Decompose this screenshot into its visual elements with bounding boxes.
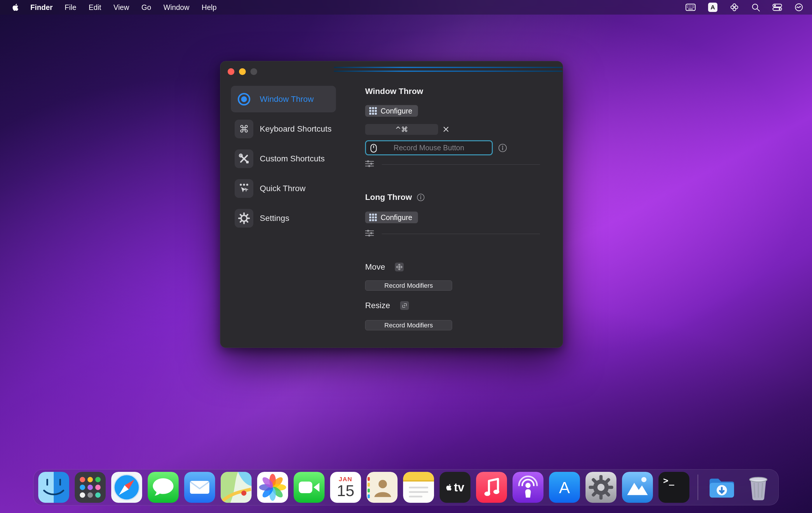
dock-terminal-icon[interactable]: >_ — [659, 472, 689, 503]
dock-launchpad-icon[interactable] — [75, 472, 106, 503]
move-row: Move — [365, 262, 404, 272]
configure-long-throw-button[interactable]: Configure — [365, 212, 418, 223]
sidebar-item-label: Keyboard Shortcuts — [260, 124, 331, 134]
dock-notes-icon[interactable] — [403, 472, 434, 503]
target-icon — [235, 90, 253, 109]
grid-icon — [369, 107, 377, 115]
record-modifiers-resize-button[interactable]: Record Modifiers — [365, 320, 452, 330]
divider — [382, 234, 540, 234]
dock-window-app-icon[interactable] — [622, 472, 653, 503]
sidebar-item-keyboard-shortcuts[interactable]: ⌘ Keyboard Shortcuts — [231, 116, 336, 142]
filter-row — [365, 230, 540, 238]
configure-label: Configure — [381, 107, 412, 115]
dock-app-store-icon[interactable]: A — [549, 472, 580, 503]
move-label: Move — [365, 262, 385, 272]
sliders-icon[interactable] — [365, 160, 374, 169]
record-modifiers-move-button[interactable]: Record Modifiers — [365, 280, 452, 291]
dock-mail-icon[interactable] — [184, 472, 215, 503]
clear-shortcut-icon[interactable] — [442, 125, 451, 134]
search-icon[interactable] — [751, 2, 760, 12]
info-icon[interactable] — [417, 193, 425, 201]
configure-label: Configure — [381, 213, 412, 222]
resize-icon — [400, 301, 409, 310]
dock-photos-icon[interactable] — [257, 472, 288, 503]
siri-icon[interactable] — [794, 2, 803, 12]
grid-icon — [369, 214, 377, 221]
menu-item-edit[interactable]: Edit — [83, 3, 108, 12]
minimize-button[interactable] — [239, 68, 246, 75]
menu-item-window[interactable]: Window — [157, 3, 196, 12]
keyboard-icon[interactable] — [685, 2, 696, 12]
sidebar-item-custom-shortcuts[interactable]: Custom Shortcuts — [231, 145, 336, 172]
dock-finder-icon[interactable] — [38, 472, 69, 503]
long-throw-heading-row: Long Throw — [365, 192, 425, 202]
dock-safari-icon[interactable] — [111, 472, 142, 503]
move-icon — [395, 263, 404, 271]
sidebar-item-window-throw[interactable]: Window Throw — [231, 86, 336, 112]
desktop-wallpaper: Finder File Edit View Go Window Help A — [0, 0, 812, 513]
settings-panel: Window Throw Configure ^⌘ Record Mouse B… — [365, 61, 540, 348]
sidebar-item-label: Quick Throw — [260, 184, 306, 193]
dock-podcasts-icon[interactable] — [513, 472, 544, 503]
sidebar-item-quick-throw[interactable]: Quick Throw — [231, 175, 336, 202]
app-store-letter: A — [559, 478, 570, 497]
calendar-day: 15 — [337, 483, 354, 499]
apple-logo-icon — [446, 484, 452, 491]
dock-messages-icon[interactable] — [148, 472, 179, 503]
tools-icon — [235, 149, 253, 168]
info-icon[interactable] — [498, 144, 507, 152]
dock-separator — [698, 475, 698, 500]
command-icon: ⌘ — [235, 120, 253, 138]
dock-apple-tv-icon[interactable]: tv — [440, 472, 470, 503]
terminal-prompt: >_ — [663, 475, 675, 486]
dock-system-preferences-icon[interactable] — [585, 472, 616, 503]
menu-item-help[interactable]: Help — [196, 3, 223, 12]
window-throw-title: Window Throw — [365, 87, 423, 96]
menu-item-go[interactable]: Go — [136, 3, 157, 12]
record-mouse-placeholder: Record Mouse Button — [394, 144, 464, 152]
resize-row: Resize — [365, 301, 409, 310]
menu-item-view[interactable]: View — [108, 3, 136, 12]
control-center-icon[interactable] — [772, 2, 782, 12]
divider — [382, 164, 540, 164]
mouse-icon — [370, 144, 377, 154]
zoom-button[interactable] — [251, 68, 257, 75]
configure-window-throw-button[interactable]: Configure — [365, 105, 418, 117]
gear-icon — [235, 209, 253, 228]
record-mouse-button-field[interactable]: Record Mouse Button — [365, 140, 493, 155]
resize-label: Resize — [365, 301, 390, 310]
menu-app-name[interactable]: Finder — [25, 3, 58, 12]
filter-row — [365, 160, 540, 169]
shortcut-field[interactable]: ^⌘ — [365, 124, 438, 135]
tv-label: tv — [454, 481, 464, 494]
sidebar-item-label: Window Throw — [260, 95, 314, 104]
sidebar: Window Throw ⌘ Keyboard Shortcuts Custom… — [231, 86, 336, 232]
pinwheel-icon[interactable] — [730, 2, 739, 12]
dock-contacts-icon[interactable] — [367, 472, 398, 503]
dock-music-icon[interactable] — [476, 472, 507, 503]
dock-downloads-icon[interactable] — [706, 472, 737, 503]
input-source-icon[interactable]: A — [708, 3, 718, 12]
long-throw-title: Long Throw — [365, 192, 412, 202]
menu-bar: Finder File Edit View Go Window Help A — [0, 0, 812, 14]
pointer-dots-icon — [235, 179, 253, 198]
sliders-icon[interactable] — [365, 230, 374, 238]
sidebar-item-label: Custom Shortcuts — [260, 154, 325, 163]
sidebar-item-settings[interactable]: Settings — [231, 205, 336, 232]
apple-menu-icon[interactable] — [10, 3, 21, 11]
menu-item-file[interactable]: File — [58, 3, 82, 12]
window-controls — [228, 68, 257, 75]
dock-calendar-icon[interactable]: JAN 15 — [330, 472, 361, 503]
sidebar-item-label: Settings — [260, 214, 289, 223]
dock-facetime-icon[interactable] — [294, 472, 325, 503]
dock-trash-icon[interactable] — [743, 472, 774, 503]
dock: JAN 15 tv A — [33, 469, 779, 505]
dock-maps-icon[interactable] — [221, 472, 252, 503]
close-button[interactable] — [228, 68, 234, 75]
app-window: Window Throw ⌘ Keyboard Shortcuts Custom… — [220, 61, 563, 348]
